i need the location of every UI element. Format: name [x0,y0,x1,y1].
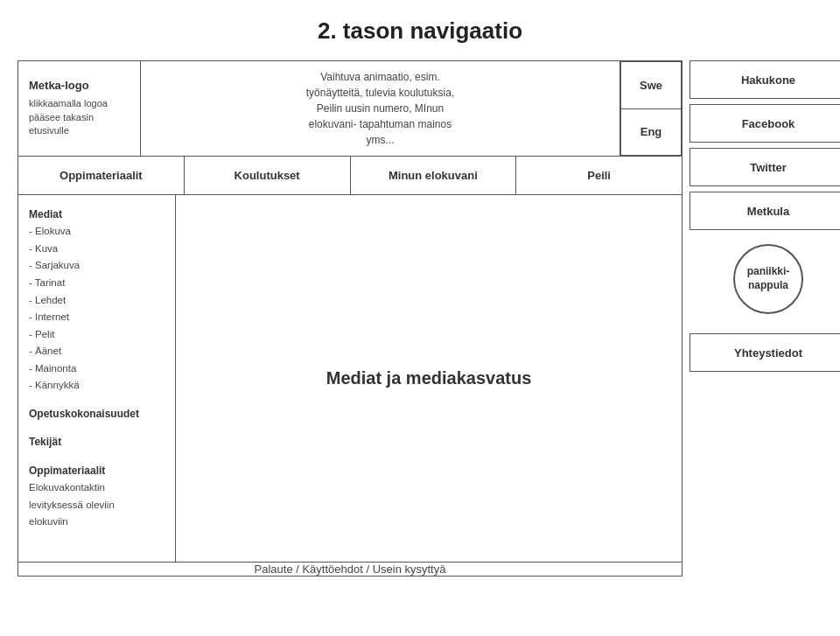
sidebar-section-opetus: Opetuskokonaisuudet [29,405,164,423]
list-item: - Pelit [29,326,164,344]
sidebar-section-mediat: Mediat - Elokuva - Kuva - Sarjakuva - Ta… [29,206,164,395]
sidebar-section-oppimateriaalit: Oppimateriaalit Elokuvakontaktin levityk… [29,462,164,531]
list-item: - Sarjakuva [29,257,164,275]
nav-oppimateriaalit[interactable]: Oppimateriaalit [18,157,185,194]
list-item: - Äänet [29,343,164,360]
list-item: - Kuva [29,241,164,258]
main-layout: Metka-logo klikkaamalla logoa pääsee tak… [18,60,822,577]
footer-links[interactable]: Palaute / Käyttöehdot / Usein kysyttyä [18,563,682,577]
content-area: Mediat - Elokuva - Kuva - Sarjakuva - Ta… [18,195,682,563]
logo-box: Metka-logo klikkaamalla logoa pääsee tak… [18,61,141,156]
sidebar-opetus-title: Opetuskokonaisuudet [29,405,164,423]
lang-swe-button[interactable]: Swe [620,61,682,108]
main-content-area: Mediat ja mediakasvatus [176,195,682,562]
facebook-button[interactable]: Facebook [690,104,840,143]
page-title: 2. tason navigaatio [18,17,822,45]
animation-box: Vaihtuva animaatio, esim.työnäytteitä, t… [141,61,620,156]
hakukone-button[interactable]: Hakukone [690,60,840,99]
lang-eng-button[interactable]: Eng [620,108,682,157]
sidebar-mediat-title: Mediat [29,206,164,223]
list-item: Elokuvakontaktin [29,479,164,497]
sidebar-oppimateriaalit-title: Oppimateriaalit [29,462,164,479]
list-item: - Tarinat [29,275,164,292]
list-item: - Internet [29,309,164,326]
metkula-button[interactable]: Metkula [690,192,840,230]
nav-koulutukset[interactable]: Koulutukset [185,157,351,194]
nav-peili[interactable]: Peili [516,157,682,194]
list-item: - Elokuva [29,223,164,241]
top-bar: Metka-logo klikkaamalla logoa pääsee tak… [18,60,682,157]
list-item: elokuviin [29,514,164,531]
logo-description: klikkaamalla logoa pääsee takasin etusiv… [29,97,130,137]
right-column: Hakukone Facebook Twitter Metkula paniik… [690,60,840,372]
logo-title: Metka-logo [29,79,130,92]
list-item: - Lehdet [29,292,164,310]
sidebar: Mediat - Elokuva - Kuva - Sarjakuva - Ta… [18,195,176,562]
list-item: - Mainonta [29,360,164,378]
panic-button-container: paniikki-nappula [690,244,840,314]
nav-bar: Oppimateriaalit Koulutukset Minun elokuv… [18,157,682,195]
twitter-button[interactable]: Twitter [690,148,840,186]
yhteystiedot-button[interactable]: Yhteystiedot [690,333,840,372]
panic-button[interactable]: paniikki-nappula [733,244,803,314]
list-item: levityksessä oleviin [29,497,164,514]
sidebar-tekijat-title: Tekijät [29,433,164,451]
sidebar-section-tekijat: Tekijät [29,433,164,451]
main-content-text: Mediat ja mediakasvatus [326,368,532,388]
language-selector: Swe Eng [620,61,682,156]
animation-text: Vaihtuva animaatio, esim.työnäytteitä, t… [306,69,454,148]
left-column: Metka-logo klikkaamalla logoa pääsee tak… [18,60,682,577]
list-item: - Kännykkä [29,377,164,395]
nav-minun-elokuvani[interactable]: Minun elokuvani [351,157,517,194]
